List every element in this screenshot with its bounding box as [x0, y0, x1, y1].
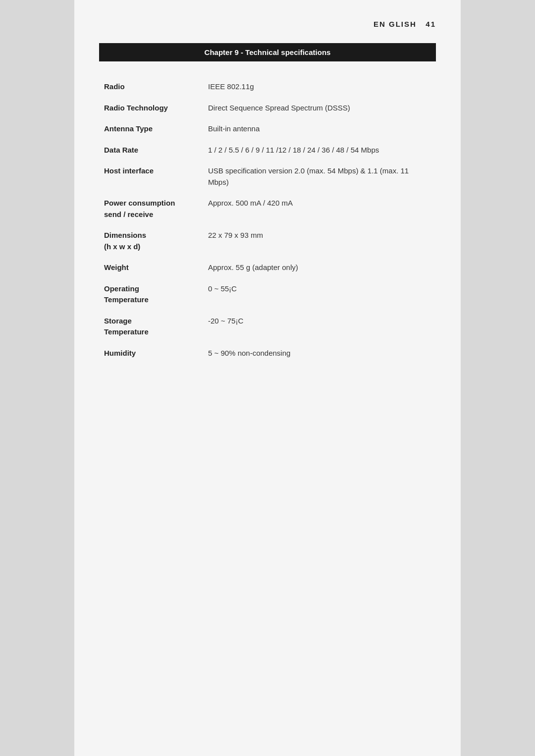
spec-label: Weight — [99, 257, 208, 278]
spec-value: 22 x 79 x 93 mm — [208, 225, 436, 257]
page-number: 41 — [426, 20, 436, 28]
table-row: Host interfaceUSB specification version … — [99, 161, 436, 193]
spec-value: 5 ~ 90% non-condensing — [208, 343, 436, 364]
table-row: Dimensions(h x w x d)22 x 79 x 93 mm — [99, 225, 436, 257]
spec-label: Data Rate — [99, 140, 208, 161]
table-row: StorageTemperature-20 ~ 75¡C — [99, 311, 436, 343]
spec-value: Direct Sequence Spread Spectrum (DSSS) — [208, 98, 436, 119]
spec-label: Dimensions(h x w x d) — [99, 225, 208, 257]
table-row: Antenna TypeBuilt-in antenna — [99, 118, 436, 140]
page: EN GLISH 41 Chapter 9 - Technical specif… — [74, 0, 461, 756]
spec-value: Approx. 55 g (adapter only) — [208, 257, 436, 278]
spec-value: Approx. 500 mA / 420 mA — [208, 193, 436, 225]
spec-value: Built-in antenna — [208, 118, 436, 140]
spec-value: 0 ~ 55¡C — [208, 278, 436, 311]
spec-label: Radio — [99, 76, 208, 98]
table-row: OperatingTemperature0 ~ 55¡C — [99, 278, 436, 311]
spec-value: IEEE 802.11g — [208, 76, 436, 98]
spec-label: Power consumptionsend / receive — [99, 193, 208, 225]
spec-label: Humidity — [99, 343, 208, 364]
language-label: EN GLISH — [374, 20, 417, 28]
table-row: Power consumptionsend / receiveApprox. 5… — [99, 193, 436, 225]
spec-label: Host interface — [99, 161, 208, 193]
spec-value: 1 / 2 / 5.5 / 6 / 9 / 11 /12 / 18 / 24 /… — [208, 140, 436, 161]
spec-label: Antenna Type — [99, 118, 208, 140]
spec-label: Radio Technology — [99, 98, 208, 119]
table-row: RadioIEEE 802.11g — [99, 76, 436, 98]
chapter-title: Chapter 9 - Technical specifications — [99, 43, 436, 61]
spec-label: OperatingTemperature — [99, 278, 208, 311]
table-row: Radio TechnologyDirect Sequence Spread S… — [99, 98, 436, 119]
page-header: EN GLISH 41 — [99, 20, 436, 28]
spec-label: StorageTemperature — [99, 311, 208, 343]
table-row: Humidity5 ~ 90% non-condensing — [99, 343, 436, 364]
table-row: WeightApprox. 55 g (adapter only) — [99, 257, 436, 278]
spec-value: USB specification version 2.0 (max. 54 M… — [208, 161, 436, 193]
table-row: Data Rate1 / 2 / 5.5 / 6 / 9 / 11 /12 / … — [99, 140, 436, 161]
spec-table: RadioIEEE 802.11gRadio TechnologyDirect … — [99, 76, 436, 364]
spec-value: -20 ~ 75¡C — [208, 311, 436, 343]
